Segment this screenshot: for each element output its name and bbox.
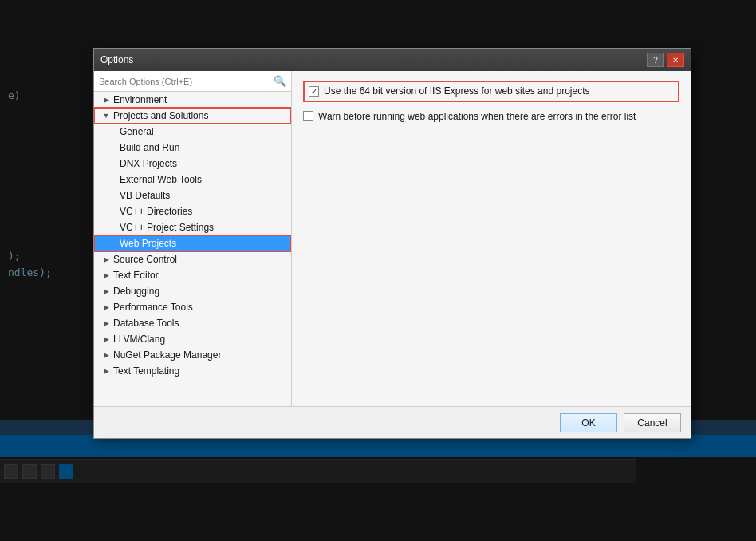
tree-item-debugging[interactable]: ▶ Debugging xyxy=(94,283,291,299)
tree-label-web-projects: Web Projects xyxy=(120,238,176,249)
tree-arrow-debugging: ▶ xyxy=(100,286,112,297)
tree-label-build-run: Build and Run xyxy=(120,142,179,153)
dialog-help-button[interactable]: ? xyxy=(647,53,664,67)
tree-item-build-run[interactable]: Build and Run xyxy=(94,140,291,156)
tree-arrow-performance-tools: ▶ xyxy=(100,302,112,313)
tree-label-debugging: Debugging xyxy=(113,286,159,297)
tree-arrow-text-editor: ▶ xyxy=(100,270,112,281)
tree-arrow-text-templating: ▶ xyxy=(100,365,112,377)
dialog-body: 🔍 ▶ Environment ▼ Projects and Solutions… xyxy=(94,71,691,406)
tree-label-database-tools: Database Tools xyxy=(113,318,179,329)
tree-item-performance-tools[interactable]: ▶ Performance Tools xyxy=(94,299,291,315)
option2-checkbox[interactable] xyxy=(303,111,313,121)
tree-label-general: General xyxy=(120,126,154,137)
tree-label-vc-dirs: VC++ Directories xyxy=(120,206,192,217)
search-icon: 🔍 xyxy=(274,75,286,87)
tree-label-source-control: Source Control xyxy=(113,254,177,265)
tree-arrow-projects-solutions: ▼ xyxy=(100,110,112,121)
tree-item-vb-defaults[interactable]: VB Defaults xyxy=(94,188,291,203)
tree-label-performance-tools: Performance Tools xyxy=(113,302,193,313)
tree-item-llvm[interactable]: ▶ LLVM/Clang xyxy=(94,331,291,347)
dialog-titlebar: Options ? ✕ xyxy=(94,49,691,71)
tree-item-dnx[interactable]: DNX Projects xyxy=(94,156,291,172)
tree-item-vc-proj[interactable]: VC++ Project Settings xyxy=(94,219,291,235)
tree-item-general[interactable]: General xyxy=(94,124,291,140)
tree-item-nuget[interactable]: ▶ NuGet Package Manager xyxy=(94,347,291,363)
option1-checkbox[interactable]: ✓ xyxy=(309,86,319,97)
option1-label: Use the 64 bit version of IIS Express fo… xyxy=(324,85,590,98)
right-panel: ✓ Use the 64 bit version of IIS Express … xyxy=(292,71,691,406)
tree-arrow-database-tools: ▶ xyxy=(100,318,112,329)
dialog-title: Options xyxy=(100,54,133,65)
option2-label: Warn before running web applications whe… xyxy=(318,110,636,124)
tree-item-vc-dirs[interactable]: VC++ Directories xyxy=(94,203,291,219)
tree-label-vc-proj: VC++ Project Settings xyxy=(120,222,214,233)
dialog-footer: OK Cancel xyxy=(94,406,691,438)
tree-arrow-environment: ▶ xyxy=(100,94,112,105)
options-dialog: Options ? ✕ 🔍 ▶ Environment xyxy=(93,48,691,439)
ok-button[interactable]: OK xyxy=(560,413,617,432)
tree-label-projects-solutions: Projects and Solutions xyxy=(113,110,208,121)
search-box: 🔍 xyxy=(94,71,291,92)
tree-item-source-control[interactable]: ▶ Source Control xyxy=(94,251,291,267)
tree-container[interactable]: ▶ Environment ▼ Projects and Solutions G… xyxy=(94,92,291,406)
option1-container: ✓ Use the 64 bit version of IIS Express … xyxy=(303,81,679,102)
dialog-controls: ? ✕ xyxy=(647,53,684,67)
tree-label-external-web: External Web Tools xyxy=(120,174,202,185)
tree-label-environment: Environment xyxy=(113,94,167,105)
tree-label-nuget: NuGet Package Manager xyxy=(113,349,221,361)
dialog-close-button[interactable]: ✕ xyxy=(667,53,684,67)
tree-label-vb-defaults: VB Defaults xyxy=(120,190,170,201)
option2-container: Warn before running web applications whe… xyxy=(303,110,679,124)
tree-item-external-web[interactable]: External Web Tools xyxy=(94,172,291,188)
tree-item-database-tools[interactable]: ▶ Database Tools xyxy=(94,315,291,331)
tree-item-text-templating[interactable]: ▶ Text Templating xyxy=(94,363,291,379)
tree-arrow-llvm: ▶ xyxy=(100,334,112,345)
tree-arrow-nuget: ▶ xyxy=(100,349,112,361)
tree-item-text-editor[interactable]: ▶ Text Editor xyxy=(94,267,291,283)
tree-item-projects-solutions[interactable]: ▼ Projects and Solutions xyxy=(94,108,291,124)
tree-item-environment[interactable]: ▶ Environment xyxy=(94,92,291,108)
tree-item-web-projects[interactable]: Web Projects xyxy=(94,235,291,251)
tree-label-llvm: LLVM/Clang xyxy=(113,334,165,345)
search-input[interactable] xyxy=(99,77,270,86)
tree-label-text-templating: Text Templating xyxy=(113,365,179,377)
cancel-button[interactable]: Cancel xyxy=(624,413,681,432)
left-panel: 🔍 ▶ Environment ▼ Projects and Solutions… xyxy=(94,71,292,406)
tree-arrow-source-control: ▶ xyxy=(100,254,112,265)
tree-label-dnx: DNX Projects xyxy=(120,158,177,169)
tree-label-text-editor: Text Editor xyxy=(113,270,159,281)
